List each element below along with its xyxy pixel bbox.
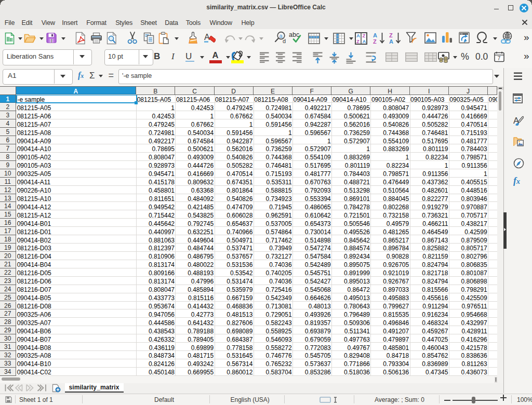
svg-text:A: A: [356, 33, 360, 38]
svg-text:abc: abc: [289, 31, 299, 38]
svg-text:A: A: [389, 38, 393, 45]
svg-text:Z: Z: [373, 38, 377, 45]
svg-text:A: A: [363, 38, 366, 44]
svg-text:Z: Z: [389, 32, 393, 38]
svg-text:d: d: [283, 38, 286, 44]
svg-text:A: A: [373, 32, 377, 38]
svg-text:Z: Z: [356, 38, 360, 44]
svg-text:A: A: [204, 33, 210, 42]
svg-text:Z: Z: [363, 33, 366, 38]
svg-text:7: 7: [497, 55, 500, 61]
